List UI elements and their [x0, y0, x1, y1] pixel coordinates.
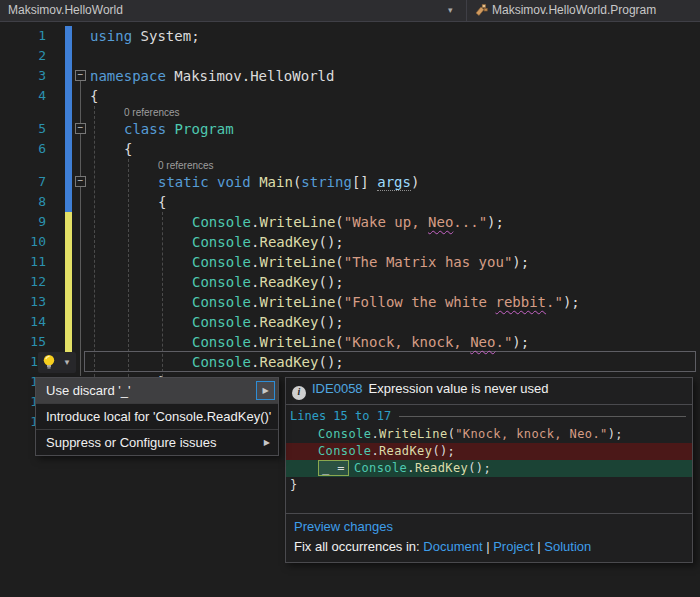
- code-token: WriteLine: [259, 334, 335, 350]
- code-token: Console: [192, 294, 251, 310]
- code-line[interactable]: Console.ReadKey();: [192, 232, 344, 252]
- code-token: ...": [453, 214, 487, 230]
- fix-scopes: Document | Project | Solution: [423, 539, 591, 554]
- code-line[interactable]: Console.ReadKey();: [192, 312, 344, 332]
- menu-item[interactable]: Introduce local for 'Console.ReadKey()': [36, 403, 278, 429]
- fix-all-label: Fix all occurrences in:: [294, 539, 420, 554]
- code-token: {: [124, 141, 132, 157]
- codelens-references[interactable]: 0 references: [124, 106, 180, 119]
- code-token: rebbit: [495, 294, 546, 310]
- submenu-arrow-icon: ▶: [264, 430, 270, 455]
- fold-collapse-button[interactable]: −: [75, 70, 86, 81]
- fix-scope-link-solution[interactable]: Solution: [544, 539, 591, 554]
- code-token: Console: [192, 274, 251, 290]
- code-token: ReadKey: [259, 354, 318, 370]
- popup-header-divider: [286, 404, 692, 405]
- code-token: "Follow the white: [344, 294, 496, 310]
- code-token: args: [377, 174, 411, 191]
- code-line[interactable]: Console.ReadKey();: [192, 272, 344, 292]
- code-token: );: [608, 427, 623, 441]
- code-token: Console: [354, 461, 407, 475]
- line-number: 11: [10, 252, 46, 272]
- code-token: {: [90, 88, 98, 104]
- code-token: .: [371, 427, 379, 441]
- code-line[interactable]: static void Main(string[] args): [158, 172, 419, 192]
- line-number: 14: [10, 312, 46, 332]
- code-line[interactable]: Console.WriteLine("The Matrix has you");: [192, 252, 529, 272]
- fix-scope-link-document[interactable]: Document: [423, 539, 482, 554]
- vs-editor-window: Maksimov.HelloWorld ▾ Maksimov.HelloWorl…: [0, 0, 700, 597]
- diagnostic-code-link[interactable]: IDE0058: [312, 381, 363, 396]
- code-line[interactable]: {: [158, 192, 166, 212]
- code-token: (: [335, 254, 343, 270]
- code-token: ReadKey: [259, 234, 318, 250]
- member-dropdown[interactable]: Maksimov.HelloWorld.Program: [492, 3, 656, 17]
- codelens-references[interactable]: 0 references: [158, 159, 214, 172]
- fix-scope-link-project[interactable]: Project: [493, 539, 533, 554]
- line-range-label: Lines 15 to 17: [290, 409, 391, 423]
- line-number: 9: [10, 212, 46, 232]
- code-line[interactable]: Console.WriteLine("Wake up, Neo...");: [192, 212, 504, 232]
- code-token: );: [512, 254, 529, 270]
- submenu-arrow-icon[interactable]: ▶: [256, 381, 275, 400]
- code-token: (: [335, 214, 343, 230]
- code-token: );: [487, 214, 504, 230]
- code-token: WriteLine: [259, 294, 335, 310]
- line-number: 15: [10, 332, 46, 352]
- line-range-row: Lines 15 to 17: [290, 409, 686, 423]
- code-token: WriteLine: [259, 254, 335, 270]
- code-line[interactable]: using System;: [90, 26, 200, 46]
- code-token: Neo: [428, 214, 453, 230]
- chevron-down-icon[interactable]: ▾: [448, 5, 453, 15]
- code-line[interactable]: Console.WriteLine("Knock, knock, Neo.");: [192, 332, 529, 352]
- menu-item[interactable]: Use discard '_'▶: [36, 378, 278, 403]
- lightbulb-chevron-icon[interactable]: ▼: [63, 358, 71, 367]
- code-token: using: [90, 28, 132, 44]
- code-token: "The Matrix has you": [344, 254, 513, 270]
- code-token: );: [512, 334, 529, 350]
- code-token: (: [335, 334, 343, 350]
- indent-guide: [94, 106, 95, 377]
- code-token: "Knock, knock,: [344, 334, 470, 350]
- preview-changes-link[interactable]: Preview changes: [294, 519, 393, 534]
- code-token: ReadKey: [415, 461, 468, 475]
- scope-separator: |: [483, 539, 494, 554]
- preview-code-line: _ =Console.ReadKey();: [286, 460, 692, 477]
- preview-code-line: Console.WriteLine("Knock, knock, Neo.");: [286, 426, 692, 443]
- code-line[interactable]: Console.ReadKey();: [192, 352, 344, 372]
- code-line[interactable]: namespace Maksimov.HelloWorld: [90, 66, 334, 86]
- fold-collapse-button[interactable]: −: [75, 123, 86, 134]
- line-range-rule: [399, 416, 686, 417]
- discard-assignment-highlight: _ =: [318, 460, 349, 476]
- menu-item[interactable]: Suppress or Configure issues▶: [36, 429, 278, 455]
- code-line[interactable]: class Program: [124, 119, 234, 139]
- fold-collapse-button[interactable]: −: [75, 176, 86, 187]
- code-token: Console: [192, 334, 251, 350]
- class-icon: [473, 3, 488, 18]
- preview-code-line: }: [286, 477, 692, 494]
- code-token: string: [301, 174, 352, 190]
- lightbulb-button[interactable]: ▼: [38, 352, 76, 373]
- code-token: Console: [318, 427, 371, 441]
- menu-item-label: Introduce local for 'Console.ReadKey()': [46, 409, 271, 424]
- code-line[interactable]: {: [124, 139, 132, 159]
- line-number: 5: [10, 119, 46, 139]
- line-number: 6: [10, 139, 46, 159]
- code-line[interactable]: {: [90, 86, 98, 106]
- code-token: ();: [468, 461, 491, 475]
- code-line[interactable]: Console.WriteLine("Follow the white rebb…: [192, 292, 580, 312]
- outline-margin-line: [80, 76, 81, 376]
- popup-header: iIDE0058Expression value is never used: [286, 378, 692, 404]
- project-dropdown[interactable]: Maksimov.HelloWorld: [8, 3, 123, 17]
- code-token: ();: [318, 274, 343, 290]
- preview-code-line: Console.ReadKey();: [286, 443, 692, 460]
- line-number: 12: [10, 272, 46, 292]
- navigation-bar: Maksimov.HelloWorld ▾ Maksimov.HelloWorl…: [0, 0, 700, 22]
- current-line-highlight: [84, 351, 696, 372]
- line-number: 2: [10, 46, 46, 66]
- track-changes-bar-yellow: [65, 212, 72, 352]
- code-token: Console: [192, 314, 251, 330]
- code-token: ();: [432, 444, 455, 458]
- code-token: );: [563, 294, 580, 310]
- code-token: class: [124, 121, 166, 137]
